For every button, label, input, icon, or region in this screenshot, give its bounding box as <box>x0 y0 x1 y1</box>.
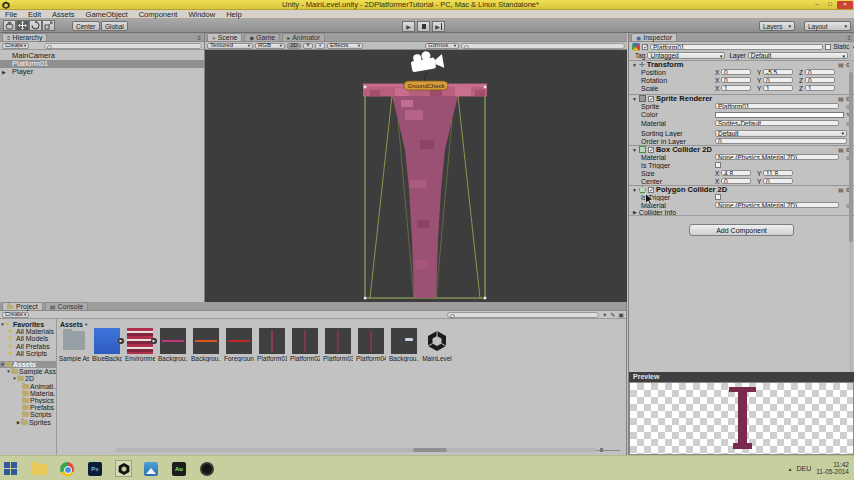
scale-tool-button[interactable] <box>42 20 55 31</box>
minimize-button[interactable]: – <box>811 1 823 9</box>
asset-platform04[interactable]: Platform04 <box>356 328 386 362</box>
tree-sprites[interactable]: ▶Sprites <box>0 418 56 425</box>
menu-file[interactable]: File <box>5 10 17 19</box>
taskbar-unity[interactable] <box>116 461 131 476</box>
collider-info-row[interactable]: ▶ Collider Info <box>629 209 854 216</box>
tray-arrow-icon[interactable]: ▴ <box>788 465 791 472</box>
tab-inspector[interactable]: ◉Inspector <box>631 33 677 41</box>
tree-all-materials[interactable]: ★All Materials <box>0 328 56 335</box>
tab-animator[interactable]: ▸Animator <box>282 33 325 41</box>
menu-edit[interactable]: Edit <box>28 10 41 19</box>
title-bar[interactable]: Unity - MainLevel.unity - 2DPlatformerTu… <box>0 0 854 10</box>
menu-gameobject[interactable]: GameObject <box>86 10 128 19</box>
add-component-button[interactable]: Add Component <box>689 224 794 236</box>
scale-y-field[interactable]: 1 <box>763 85 793 91</box>
component-enabled-checkbox[interactable]: ✓ <box>648 96 654 102</box>
tree-2d[interactable]: ▼2D <box>0 375 56 382</box>
doc-icon[interactable]: ▤ <box>838 95 844 102</box>
project-create-button[interactable]: Create▾ <box>2 312 29 318</box>
active-checkbox[interactable]: ✓ <box>642 44 648 50</box>
layer-dropdown[interactable]: Default▾ <box>748 52 848 59</box>
pause-button[interactable] <box>417 21 430 32</box>
asset-background-1[interactable]: Backgrou... <box>158 328 188 362</box>
panel-menu-icon[interactable]: ≡ <box>847 35 851 41</box>
tree-all-prefabs[interactable]: ★All Prefabs <box>0 343 56 350</box>
tree-all-models[interactable]: ★All Models <box>0 335 56 342</box>
start-button[interactable] <box>4 461 19 476</box>
foldout-icon[interactable]: ▶ <box>2 68 6 76</box>
menu-help[interactable]: Help <box>226 10 241 19</box>
doc-icon[interactable]: ▤ <box>838 146 844 153</box>
asset-platform01[interactable]: Platform01 <box>257 328 287 362</box>
asset-platform02[interactable]: Platform02 <box>290 328 320 362</box>
rotation-z-field[interactable]: 0 <box>805 77 835 83</box>
sprite-expand-arrow[interactable]: ▶ <box>151 338 157 344</box>
maximize-button[interactable]: □ <box>824 1 836 9</box>
project-search-input[interactable] <box>447 312 599 318</box>
bc-size-y-field[interactable]: 11.8 <box>763 170 793 176</box>
pivot-center-button[interactable]: Center <box>72 21 100 31</box>
render-mode-dropdown[interactable]: Textured▾ <box>207 43 253 49</box>
color-swatch[interactable] <box>715 112 844 118</box>
bc-is-trigger-checkbox[interactable] <box>715 162 721 168</box>
scene-lighting-button[interactable]: ☀ <box>303 43 313 49</box>
taskbar-chrome[interactable] <box>60 461 75 476</box>
position-y-field[interactable]: -5.5 <box>763 69 793 75</box>
foldout-icon[interactable]: ▶ <box>633 209 637 215</box>
tree-all-scripts[interactable]: ★All Scripts <box>0 350 56 357</box>
rotation-x-field[interactable]: 0 <box>721 77 751 83</box>
gizmos-dropdown[interactable]: Gizmos▾ <box>425 43 459 49</box>
sprite-field[interactable]: Platform01 <box>715 103 839 109</box>
tree-scripts[interactable]: Scripts <box>0 411 56 418</box>
project-hscrollbar[interactable] <box>115 448 596 452</box>
hierarchy-item-player[interactable]: ▶Player <box>0 68 204 76</box>
asset-mainlevel-scene[interactable]: MainLevel <box>422 328 452 362</box>
hierarchy-create-button[interactable]: Create▾ <box>2 43 29 49</box>
groundcheck-label[interactable]: GroundCheck <box>404 81 448 90</box>
scene-audio-button[interactable]: ◖ <box>315 43 325 49</box>
layout-dropdown[interactable]: Layout▾ <box>804 21 851 31</box>
doc-icon[interactable]: ▤ <box>838 61 844 68</box>
object-name-field[interactable]: Platform01 <box>650 44 823 50</box>
taskbar-explorer[interactable] <box>32 461 47 476</box>
sorting-layer-dropdown[interactable]: Default▾ <box>715 130 847 137</box>
effects-dropdown[interactable]: Effects▾ <box>327 43 363 49</box>
asset-bluebackground[interactable]: ▶ BlueBackgr... <box>92 328 122 362</box>
bc-size-x-field[interactable]: 4.8 <box>721 170 751 176</box>
asset-background-3[interactable]: Backgrou... <box>389 328 419 362</box>
asset-environment[interactable]: ▶ Environmen... <box>125 328 155 362</box>
foldout-icon[interactable]: ▼ <box>632 62 637 68</box>
scene-search-input[interactable] <box>461 43 625 49</box>
camera-gizmo-icon[interactable] <box>409 50 444 73</box>
move-tool-button[interactable] <box>16 20 29 31</box>
panel-menu-icon[interactable]: ≡ <box>197 35 201 41</box>
sprite-expand-arrow[interactable]: ▶ <box>118 338 124 344</box>
box-collider-header[interactable]: ▼ ✓ Box Collider 2D ▤⚙ <box>629 145 854 153</box>
sprite-renderer-header[interactable]: ▼ ✓ Sprite Renderer ▤⚙ <box>629 94 854 102</box>
bc-center-x-field[interactable]: 0 <box>721 178 751 184</box>
tab-project[interactable]: Project <box>2 302 43 310</box>
tab-scene[interactable]: ●Scene <box>207 33 242 41</box>
asset-background-2[interactable]: Backgrou... <box>191 328 221 362</box>
2d-toggle-button[interactable]: 2D <box>287 43 301 49</box>
static-checkbox[interactable] <box>825 44 831 50</box>
favorite-filter-icon[interactable]: ✎ <box>610 311 615 318</box>
taskbar-audition[interactable]: Au <box>172 461 187 476</box>
pc-is-trigger-checkbox[interactable] <box>715 194 721 200</box>
menu-component[interactable]: Component <box>139 10 178 19</box>
hand-tool-button[interactable] <box>3 20 16 31</box>
asset-sample-assets[interactable]: Sample As... <box>59 328 89 362</box>
menu-window[interactable]: Window <box>188 10 215 19</box>
polygon-collider-header[interactable]: ▼ ✓ Polygon Collider 2D ▤⚙ <box>629 185 854 193</box>
foldout-icon[interactable]: ▼ <box>632 96 637 102</box>
tree-materials[interactable]: Materia... <box>0 390 56 397</box>
tree-prefabs[interactable]: Prefabs <box>0 404 56 411</box>
scene-canvas[interactable]: GroundCheck <box>205 50 627 302</box>
bc-center-y-field[interactable]: 0 <box>763 178 793 184</box>
layers-dropdown[interactable]: Layers▾ <box>759 21 795 31</box>
scale-z-field[interactable]: 1 <box>805 85 835 91</box>
material-field[interactable]: Sprites-Default <box>715 120 839 126</box>
tree-assets[interactable]: ▼Assets <box>0 361 56 368</box>
label-filter-icon[interactable]: ✦ <box>602 311 607 318</box>
step-button[interactable]: ▶ <box>432 21 445 32</box>
